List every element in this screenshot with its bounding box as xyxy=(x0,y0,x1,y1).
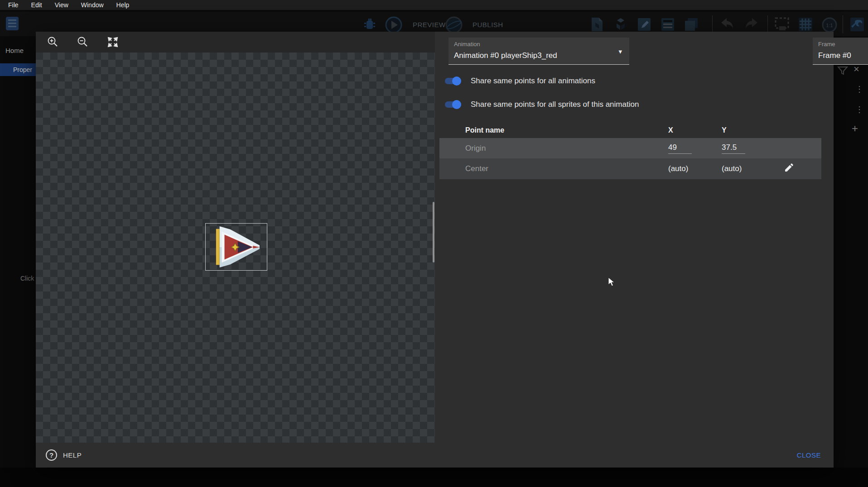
zoom-ratio-icon: 1:1 xyxy=(821,16,838,33)
redo-icon xyxy=(743,17,759,32)
instances-list-icon xyxy=(660,16,676,33)
point-name: Origin xyxy=(465,144,486,153)
menu-bar: File Edit View Window Help xyxy=(0,0,868,10)
close-button[interactable]: CLOSE xyxy=(797,451,821,459)
origin-x-field[interactable]: 49 xyxy=(668,143,692,154)
filter-icon xyxy=(837,66,848,75)
help-button[interactable]: ? HELP xyxy=(45,449,82,461)
properties-hint-text: Click xyxy=(20,275,34,282)
preview-play-icon xyxy=(385,16,402,33)
tab-home: Home xyxy=(5,47,24,54)
share-points-all-sprites-toggle[interactable] xyxy=(444,100,461,109)
header-x: X xyxy=(668,126,673,134)
points-table-header: Point name X Y xyxy=(439,122,821,138)
points-panel: Animation Animation #0 playerShip3_red ▾… xyxy=(435,32,834,443)
toolbar-separator xyxy=(767,15,768,33)
frame-select-value: Frame #0 xyxy=(818,51,851,60)
center-x-value: (auto) xyxy=(668,164,688,173)
animation-select[interactable]: Animation Animation #0 playerShip3_red ▾ xyxy=(448,38,629,65)
publish-globe-icon xyxy=(445,16,463,33)
share-points-sprites-row: Share same points for all sprites of thi… xyxy=(444,98,639,111)
sprite-selection-box[interactable] xyxy=(205,223,267,271)
frame-select-label: Frame xyxy=(818,41,835,48)
layers-icon xyxy=(683,16,699,33)
table-row-origin[interactable]: Origin 49 37.5 xyxy=(439,138,821,158)
menu-window[interactable]: Window xyxy=(81,1,104,9)
menu-edit[interactable]: Edit xyxy=(31,1,42,9)
status-bar: 677;299 Search xyxy=(0,468,868,487)
tab-properties-label: Proper xyxy=(13,66,32,73)
tools-wrench-icon xyxy=(849,16,865,33)
mask-icon xyxy=(774,16,790,33)
chevron-down-icon: ▾ xyxy=(618,48,622,56)
canvas-scrollbar[interactable] xyxy=(433,202,434,263)
canvas-toolbar xyxy=(36,32,435,53)
svg-text:1:1: 1:1 xyxy=(826,23,833,28)
pencil-icon xyxy=(784,163,794,173)
menu-view[interactable]: View xyxy=(55,1,68,9)
panel-close-icon: × xyxy=(854,63,859,75)
origin-y-field[interactable]: 37.5 xyxy=(722,143,745,154)
preview-button: PREVIEW xyxy=(413,21,446,29)
help-label: HELP xyxy=(63,451,82,459)
table-row-center[interactable]: Center (auto) (auto) xyxy=(439,158,821,179)
edit-scene-icon xyxy=(636,16,652,33)
menu-help[interactable]: Help xyxy=(116,1,130,9)
grid-icon xyxy=(797,16,814,33)
frame-select[interactable]: Frame Frame #0 ▾ xyxy=(813,38,868,65)
edit-point-button[interactable] xyxy=(784,163,794,175)
toolbar-separator xyxy=(712,15,713,33)
project-manager-icon xyxy=(5,15,21,32)
menu-file[interactable]: File xyxy=(8,1,19,9)
svg-text:?: ? xyxy=(49,451,53,459)
add-object-icon: + xyxy=(852,122,858,135)
fit-to-screen-button[interactable] xyxy=(106,35,120,49)
help-icon: ? xyxy=(45,449,58,461)
edit-points-dialog: Animation Animation #0 playerShip3_red ▾… xyxy=(36,32,834,468)
toolbar-separator xyxy=(843,15,843,33)
debugger-icon xyxy=(362,17,377,32)
header-point-name: Point name xyxy=(465,126,504,134)
scene-properties-icon xyxy=(589,16,605,33)
animation-select-label: Animation xyxy=(454,41,480,48)
point-name: Center xyxy=(465,164,488,173)
zoom-in-button[interactable] xyxy=(46,35,60,49)
objects-list-icon xyxy=(612,16,629,33)
animation-select-value: Animation #0 playerShip3_red xyxy=(454,51,557,60)
header-y: Y xyxy=(722,126,727,134)
app-window: File Edit View Window Help PREVIEW PUBL xyxy=(0,0,868,487)
toggle-label: Share same points for all sprites of thi… xyxy=(471,100,639,109)
share-points-all-animations-toggle[interactable] xyxy=(444,76,461,86)
toggle-label: Share same points for all animations xyxy=(471,76,595,86)
dialog-actions-bar: ? HELP CLOSE xyxy=(36,443,834,468)
kebab-menu-icon: ⋮ xyxy=(855,84,863,94)
sprite-canvas[interactable] xyxy=(36,53,435,443)
player-ship-sprite xyxy=(206,224,267,270)
publish-button: PUBLISH xyxy=(473,21,503,29)
share-points-animations-row: Share same points for all animations xyxy=(444,75,595,87)
tab-properties: Proper xyxy=(0,63,36,76)
undo-icon xyxy=(719,17,736,32)
kebab-menu-icon: ⋮ xyxy=(855,105,863,115)
center-y-value: (auto) xyxy=(722,164,742,173)
points-table: Point name X Y Origin 49 37.5 Center (au… xyxy=(439,122,821,179)
zoom-out-button[interactable] xyxy=(76,35,90,49)
